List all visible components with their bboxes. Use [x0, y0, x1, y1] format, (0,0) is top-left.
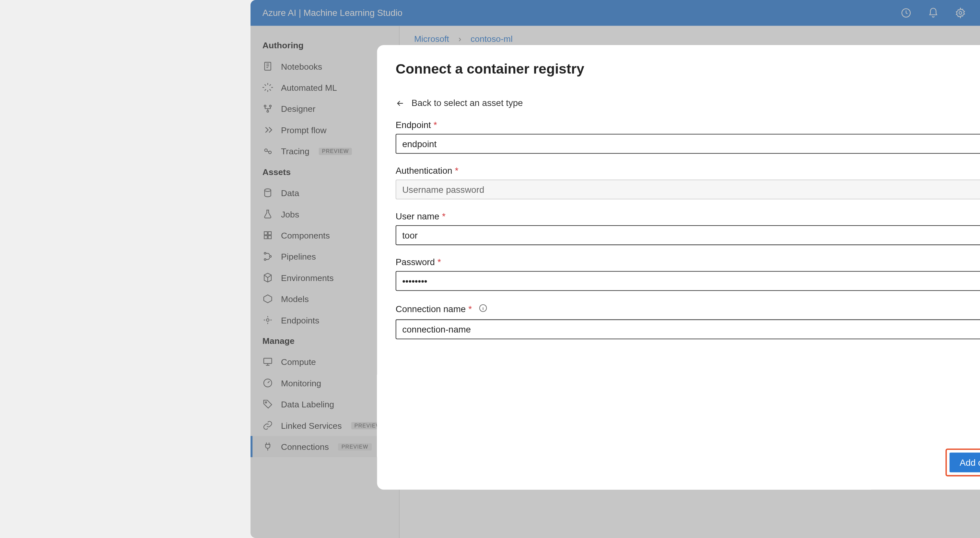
back-link-label: Back to select an asset type [412, 98, 523, 108]
authentication-label: Authentication * [396, 166, 980, 176]
modal-title: Connect a container registry [396, 61, 980, 77]
password-label: Password * [396, 257, 980, 267]
form-group-username: User name * [396, 211, 980, 245]
modal-footer: Add connection Close [396, 449, 980, 476]
form-group-password: Password * [396, 257, 980, 291]
form-group-connection-name: Connection name * [396, 303, 980, 339]
password-input[interactable] [396, 271, 980, 291]
required-asterisk: * [438, 257, 441, 267]
required-asterisk: * [434, 120, 437, 130]
arrow-left-icon [396, 99, 405, 108]
username-input[interactable] [396, 225, 980, 245]
add-connection-button[interactable]: Add connection [950, 452, 980, 472]
endpoint-input[interactable] [396, 134, 980, 154]
required-asterisk: * [442, 211, 445, 221]
form-group-endpoint: Endpoint * [396, 120, 980, 154]
form-group-authentication: Authentication * Username password [396, 166, 980, 199]
required-asterisk: * [455, 166, 458, 176]
annotation-highlight: Add connection [946, 449, 980, 476]
connection-name-input[interactable] [396, 319, 980, 339]
connection-name-label: Connection name * [396, 303, 980, 315]
username-label: User name * [396, 211, 980, 221]
info-icon[interactable] [478, 303, 488, 315]
endpoint-label: Endpoint * [396, 120, 980, 130]
required-asterisk: * [468, 304, 472, 314]
back-link[interactable]: Back to select an asset type [396, 98, 980, 108]
authentication-select[interactable]: Username password [396, 180, 980, 199]
authentication-value: Username password [402, 185, 484, 194]
connect-registry-modal: Connect a container registry Back to sel… [377, 45, 980, 490]
